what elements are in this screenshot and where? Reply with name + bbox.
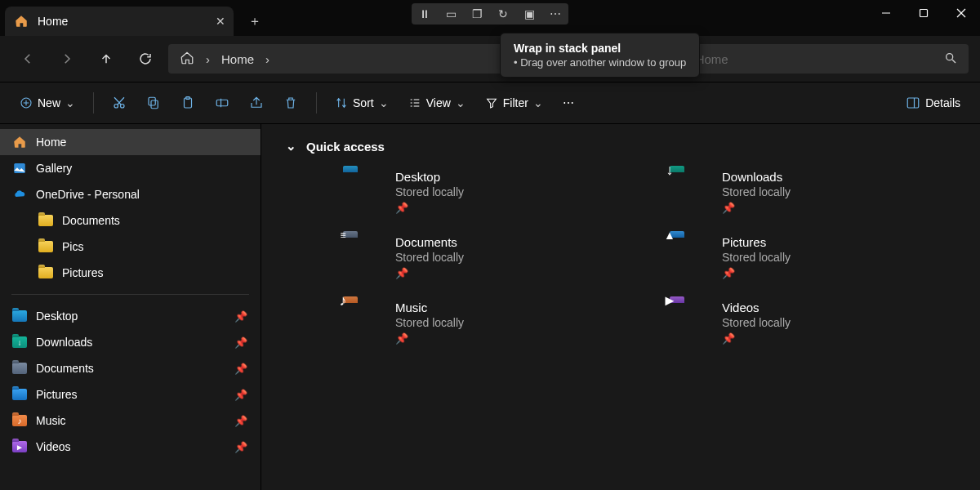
more-button[interactable]: ⋯ (555, 88, 582, 118)
sidebar-item-onedrive-pics[interactable]: Pics (0, 234, 261, 260)
loop-icon[interactable]: ↻ (490, 3, 516, 24)
pin-icon: 📌 (234, 310, 247, 323)
onedrive-icon (11, 186, 28, 203)
svg-rect-10 (149, 97, 155, 105)
tile-subtitle: Stored locally (395, 185, 464, 198)
sidebar-item-downloads[interactable]: ↓ Downloads 📌 (0, 329, 261, 355)
sidebar-item-videos[interactable]: ► Videos 📌 (0, 434, 261, 460)
section-quick-access[interactable]: ⌄ Quick access (286, 139, 956, 154)
more-icon[interactable]: ⋯ (542, 3, 568, 24)
chevron-right-icon[interactable]: › (265, 52, 270, 66)
tile-videos[interactable]: ► Videos Stored locally 📌 (670, 301, 947, 345)
window-snap-toolbar[interactable]: ⏸ ▭ ❐ ↻ ▣ ⋯ (412, 3, 568, 24)
close-button[interactable] (942, 0, 980, 26)
cut-button[interactable] (104, 88, 135, 118)
chevron-down-icon: ⌄ (456, 96, 466, 109)
details-label: Details (925, 96, 960, 109)
tile-name: Documents (395, 235, 464, 249)
pip-icon[interactable]: ▣ (516, 3, 542, 24)
downloads-icon: ↓ (11, 334, 28, 350)
forward-button[interactable] (51, 44, 83, 74)
sidebar-item-label: OneDrive - Personal (36, 188, 140, 201)
refresh-button[interactable] (129, 44, 162, 74)
sidebar-item-documents[interactable]: Documents 📌 (0, 355, 261, 381)
home-icon (11, 134, 28, 150)
sidebar-item-onedrive[interactable]: OneDrive - Personal (0, 181, 261, 207)
maximize-button[interactable] (905, 0, 942, 26)
search-icon[interactable] (944, 51, 957, 67)
sidebar-item-music[interactable]: ♪ Music 📌 (0, 408, 261, 434)
sidebar-item-label: Pictures (62, 266, 104, 279)
new-tab-button[interactable]: ＋ (240, 7, 270, 36)
nav-bar: › Home › Search Home (0, 36, 980, 82)
tile-name: Music (395, 301, 464, 314)
sidebar-item-home[interactable]: Home (0, 129, 261, 155)
new-button[interactable]: New ⌄ (11, 88, 83, 118)
up-button[interactable] (90, 44, 122, 74)
stack-icon[interactable]: ❐ (464, 3, 490, 24)
sidebar-item-label: Home (36, 136, 66, 149)
sidebar-item-pictures[interactable]: Pictures 📌 (0, 381, 261, 408)
tab-home[interactable]: Home ✕ (5, 7, 234, 36)
details-pane-button[interactable]: Details (898, 88, 969, 118)
svg-rect-1 (920, 10, 928, 17)
gallery-icon (11, 160, 28, 176)
svg-rect-9 (151, 100, 158, 109)
chevron-down-icon: ⌄ (65, 96, 75, 109)
tile-downloads[interactable]: ↓ Downloads Stored locally 📌 (670, 170, 947, 214)
sidebar-item-label: Pictures (36, 388, 78, 401)
sidebar-item-label: Pics (62, 240, 83, 253)
filter-label: Filter (503, 96, 528, 109)
sidebar-item-onedrive-documents[interactable]: Documents (0, 207, 261, 234)
back-button[interactable] (11, 44, 44, 74)
svg-point-4 (947, 53, 953, 60)
delete-button[interactable] (275, 88, 306, 118)
sidebar: Home Gallery OneDrive - Personal Documen… (0, 124, 261, 490)
tile-name: Videos (722, 301, 791, 314)
pin-icon: 📌 (234, 415, 247, 427)
pin-icon: 📌 (234, 389, 247, 401)
sort-button[interactable]: Sort ⌄ (327, 88, 397, 118)
folder-icon (38, 238, 54, 255)
split-horizontal-icon[interactable]: ▭ (438, 3, 464, 24)
sidebar-item-gallery[interactable]: Gallery (0, 155, 261, 181)
chevron-down-icon: ⌄ (379, 96, 389, 109)
minimize-button[interactable] (867, 0, 905, 26)
desktop-icon (11, 308, 28, 324)
pin-icon: 📌 (234, 336, 247, 349)
tile-pictures[interactable]: ▲ Pictures Stored locally 📌 (670, 235, 947, 279)
home-icon (13, 13, 29, 29)
pin-icon: 📌 (234, 441, 247, 453)
home-breadcrumb-icon (180, 51, 194, 68)
pin-icon: 📌 (722, 202, 791, 214)
tile-name: Downloads (722, 170, 791, 184)
chevron-right-icon: › (206, 52, 210, 66)
window-controls (867, 0, 980, 26)
tile-name: Desktop (395, 170, 464, 184)
breadcrumb-location[interactable]: Home (221, 52, 254, 66)
tile-subtitle: Stored locally (722, 251, 791, 264)
sidebar-item-desktop[interactable]: Desktop 📌 (0, 303, 261, 329)
pause-icon[interactable]: ⏸ (412, 3, 438, 24)
sidebar-item-onedrive-pictures[interactable]: Pictures (0, 260, 261, 286)
view-label: View (426, 96, 451, 109)
tile-music[interactable]: ♪ Music Stored locally 📌 (343, 301, 621, 345)
share-button[interactable] (241, 88, 272, 118)
copy-button[interactable] (138, 88, 169, 118)
view-button[interactable]: View ⌄ (400, 88, 474, 118)
sidebar-item-label: Downloads (36, 336, 92, 349)
close-tab-icon[interactable]: ✕ (216, 15, 225, 28)
pin-icon: 📌 (395, 267, 464, 279)
svg-line-5 (952, 60, 956, 63)
paste-button[interactable] (172, 88, 203, 118)
pin-icon: 📌 (395, 202, 464, 214)
filter-button[interactable]: Filter ⌄ (477, 88, 551, 118)
tile-documents[interactable]: ≡ Documents Stored locally 📌 (343, 235, 621, 279)
documents-icon (11, 360, 28, 376)
quick-access-grid: Desktop Stored locally 📌 ↓ Downloads Sto… (343, 170, 956, 345)
content-area: ⌄ Quick access Desktop Stored locally 📌 … (261, 124, 980, 490)
rename-button[interactable] (207, 88, 238, 118)
tile-desktop[interactable]: Desktop Stored locally 📌 (343, 170, 621, 214)
sort-label: Sort (353, 96, 374, 109)
new-label: New (38, 96, 60, 109)
